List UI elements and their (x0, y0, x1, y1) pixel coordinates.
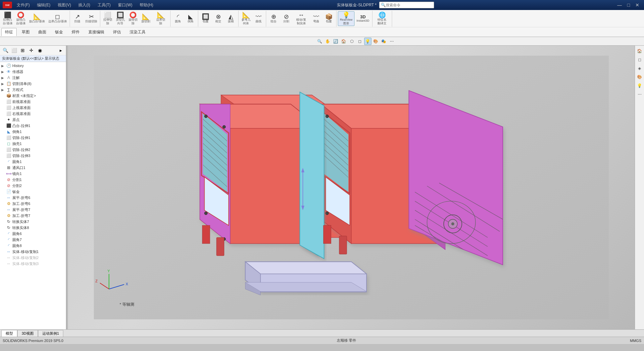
vp-pan-btn[interactable]: ✋ (324, 38, 331, 45)
toolbar-btn-realview[interactable]: 💡 RealView图形 (338, 11, 354, 26)
toolbar-btn-loft-boss[interactable]: 📐 放凸台/基体 (28, 11, 46, 26)
tree-item-cut-extrude2[interactable]: ▶ ⬜ 切除-拉伸2 (0, 147, 66, 153)
toolbar-btn-scan-cut[interactable]: ✂ 扫描切除 (84, 11, 99, 26)
tree-item-convert7[interactable]: ▶ ↻ 转换实体7 (0, 219, 66, 225)
tree-item-chamfer1[interactable]: ▶ ◣ 倒角1 (0, 129, 66, 135)
tree-item-annotation[interactable]: ▶ A 注解 (0, 75, 66, 81)
panel-circle-btn[interactable]: ◉ (36, 47, 44, 54)
tree-item-fillet6[interactable]: ▶ ◜ 圆角6 (0, 231, 66, 237)
vp-zoom-btn[interactable]: 🔍 (316, 38, 323, 45)
vp-view-sel-btn[interactable]: ⬡ (348, 38, 355, 45)
tree-item-equation[interactable]: ▶ ∑ 方程式 (0, 87, 66, 93)
menu-file[interactable]: 文件(F) (14, 2, 32, 9)
toolbar-btn-edge-boss[interactable]: ◻ 边界凸台/基体 (47, 11, 69, 26)
toolbar-btn-hole-wizard[interactable]: 🔲 异型孔向导 (114, 11, 126, 26)
right-more-btn[interactable]: ⋯ (636, 90, 644, 98)
tree-item-move-copy3[interactable]: ▶ ↔ 实体-移动/复制3 (0, 261, 66, 267)
menu-tools[interactable]: 工具(T) (95, 2, 113, 9)
toolbar-btn-cut-revolve[interactable]: ⭕ 旋转切除 (127, 11, 139, 26)
viewport[interactable]: X Y Z * 等轴测 (68, 46, 635, 329)
tree-item-flatten-bend7[interactable]: ▶ ↔ 展平-折弯7 (0, 207, 66, 213)
tree-item-sheetmetal[interactable]: ▶ 📄 钣金 (0, 189, 66, 195)
tree-item-move-copy2[interactable]: ▶ ↔ 实体-移动/复制2 (0, 255, 66, 261)
tree-item-material[interactable]: ▶ 📦 材质 <未指定> (0, 93, 66, 99)
menu-edit[interactable]: 编辑(E) (34, 2, 53, 9)
toolbar-btn-flex[interactable]: 〰 弯曲 (310, 11, 322, 26)
right-home-btn[interactable]: 🏠 (636, 47, 644, 55)
tree-item-flatten-bend6[interactable]: ▶ ↔ 展平-折弯6 (0, 195, 66, 201)
tree-item-shell1[interactable]: ▶ ◻ 抽壳1 (0, 141, 66, 147)
toolbar-btn-curve[interactable]: 〰 曲线 (253, 11, 265, 26)
toolbar-btn-scan[interactable]: ↗ 扫描 (71, 11, 83, 26)
right-scene-btn[interactable]: 🎨 (636, 73, 644, 81)
tree-item-split2[interactable]: ▶ ⊘ 分割2 (0, 183, 66, 189)
menu-help[interactable]: 帮助(H) (137, 2, 156, 9)
tree-item-fillet7[interactable]: ▶ ◜ 圆角7 (0, 237, 66, 243)
panel-more-btn[interactable]: ▸ (57, 47, 65, 54)
vp-appear-btn[interactable]: 🎭 (380, 38, 387, 45)
tree-item-fillet8[interactable]: ▶ ◜ 圆角8 (0, 243, 66, 249)
toolbar-btn-refgeo[interactable]: 📐 参考几何体 (240, 11, 252, 26)
toolbar-btn-move-copy[interactable]: ↔ 移动/复制实体 (293, 11, 310, 26)
vp-realview-active-btn[interactable]: 💡 (364, 38, 371, 45)
toolbar-btn-wrap[interactable]: 🔲 包覆 (200, 11, 212, 26)
toolbar-btn-split[interactable]: ⊘ 分割 (280, 11, 292, 26)
tree-item-boss-extrude1[interactable]: ▶ ⬛ 凸台-拉伸1 (0, 123, 66, 129)
tree-item-move-copy1[interactable]: ▶ ↔ 实体-移动/复制1 (0, 249, 66, 255)
tab-render[interactable]: 渲染工具 (126, 28, 149, 36)
annotation-expand[interactable]: ▶ (1, 76, 6, 80)
vp-fit-btn[interactable]: 🏠 (340, 38, 347, 45)
tree-item-right-plane[interactable]: ▶ ⬜ 右视基准面 (0, 111, 66, 117)
menu-view[interactable]: 视图(V) (55, 2, 74, 9)
tree-item-cutlist[interactable]: ▶ 📋 切割清单(8) (0, 81, 66, 87)
history-expand[interactable]: ▶ (1, 64, 6, 68)
cutlist-expand[interactable]: ▶ (1, 82, 6, 86)
tree-item-cut-extrude3[interactable]: ▶ ⬜ 切除-拉伸3 (0, 153, 66, 159)
tree-item-fillet1[interactable]: ▶ ◜ 圆角1 (0, 159, 66, 165)
tree-item-top-plane[interactable]: ▶ ⬜ 上视基准面 (0, 105, 66, 111)
vp-display-btn[interactable]: ◻ (356, 38, 363, 45)
tab-sheetmetal[interactable]: 钣金 (51, 28, 67, 36)
toolbar-btn-loft-cut[interactable]: 📐 放切割 (140, 11, 152, 26)
toolbar-btn-fillet[interactable]: ◜ 圆角 (172, 11, 184, 26)
tree-item-vent1[interactable]: ▶ ⊞ 通风口1 (0, 165, 66, 171)
tree-item-cut-extrude1[interactable]: ▶ ⬜ 切除-拉伸1 (0, 135, 66, 141)
tree-item-process-bend7[interactable]: ▶ ⚙ 加工-折弯7 (0, 213, 66, 219)
tab-sketch[interactable]: 草图 (18, 28, 33, 36)
vp-scene-btn[interactable]: 🎨 (372, 38, 379, 45)
right-realview-btn[interactable]: 💡 (636, 82, 644, 90)
vp-more-btn[interactable]: ⋯ (388, 38, 395, 45)
toolbar-btn-chamfer[interactable]: ◣ 倒角 (185, 11, 197, 26)
toolbar-btn-feature-translate[interactable]: 🌐 特征名翻译文 (374, 11, 390, 26)
search-box[interactable]: 🔍 (379, 2, 434, 8)
toolbar-btn-instant3d[interactable]: 3D Instant3D (355, 11, 371, 26)
menu-window[interactable]: 窗口(W) (115, 2, 135, 9)
vp-rotate-btn[interactable]: 🔄 (332, 38, 339, 45)
sensor-expand[interactable]: ▶ (1, 70, 6, 74)
tree-item-split1[interactable]: ▶ ⊘ 分割1 (0, 177, 66, 183)
toolbar-btn-intersect[interactable]: ⊗ 相交 (212, 11, 224, 26)
right-view-btn[interactable]: ◻ (636, 56, 644, 64)
toolbar-btn-draft[interactable]: ◭ 拔模 (225, 11, 237, 26)
tree-item-origin[interactable]: ▶ ✦ 原点 (0, 117, 66, 123)
tab-weldment[interactable]: 焊件 (68, 28, 83, 36)
panel-view1-btn[interactable]: ⬜ (10, 47, 18, 54)
tree-item-sensor[interactable]: ▶ 👁 传感器 (0, 69, 66, 75)
menu-insert[interactable]: 插入(I) (76, 2, 93, 9)
panel-add-btn[interactable]: ✛ (27, 47, 35, 54)
toolbar-btn-wrap2[interactable]: 📦 包覆 (323, 11, 335, 26)
right-appear-btn[interactable]: ◈ (636, 64, 644, 72)
tab-evaluate[interactable]: 评估 (109, 28, 125, 36)
tab-features[interactable]: 特征 (1, 28, 17, 36)
tree-item-convert8[interactable]: ▶ ↻ 转换实体8 (0, 225, 66, 231)
equation-expand[interactable]: ▶ (1, 88, 6, 92)
status-tab-3dview[interactable]: 3D视图 (17, 330, 38, 337)
filter-btn[interactable]: 🔍 (1, 47, 9, 54)
toolbar-btn-boss-extrude[interactable]: ⬛ 拉伸凸台/基体 (1, 11, 14, 26)
close-btn[interactable]: ✕ (633, 2, 641, 8)
tree-item-mirror1[interactable]: ▶ ⟺ 镜向1 (0, 171, 66, 177)
status-tab-motion[interactable]: 运动算例1 (38, 330, 63, 337)
status-tab-model[interactable]: 模型 (1, 330, 17, 337)
tab-direct-edit[interactable]: 直接编辑 (85, 28, 108, 36)
toolbar-btn-combine[interactable]: ⊕ 组合 (268, 11, 280, 26)
